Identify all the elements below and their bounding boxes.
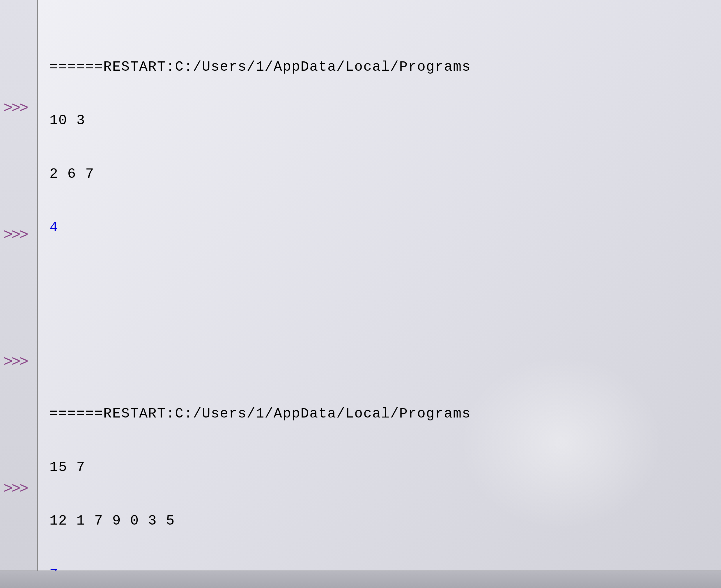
- prompt-icon: >>>: [3, 100, 27, 117]
- prompt-icon: >>>: [3, 227, 27, 244]
- gutter: >>> >>> >>> >>>: [0, 0, 38, 588]
- status-bar: [0, 570, 721, 588]
- screen-glare: [459, 355, 663, 530]
- idle-shell[interactable]: >>> >>> >>> >>> ====== RESTART: C:/Users…: [0, 0, 721, 588]
- user-input: 15 7: [49, 456, 721, 478]
- user-input: 2 6 7: [49, 163, 721, 185]
- program-output: 4: [49, 216, 721, 238]
- restart-banner: ====== RESTART: C:/Users/1/AppData/Local…: [49, 56, 721, 78]
- prompt-icon: >>>: [3, 480, 27, 498]
- user-input: 10 3: [49, 109, 721, 131]
- shell-output-area[interactable]: ====== RESTART: C:/Users/1/AppData/Local…: [38, 0, 721, 588]
- prompt-icon: >>>: [3, 354, 27, 371]
- restart-banner: ====== RESTART: C:/Users/1/AppData/Local…: [49, 403, 721, 425]
- user-input: 12 1 7 9 0 3 5: [49, 510, 721, 532]
